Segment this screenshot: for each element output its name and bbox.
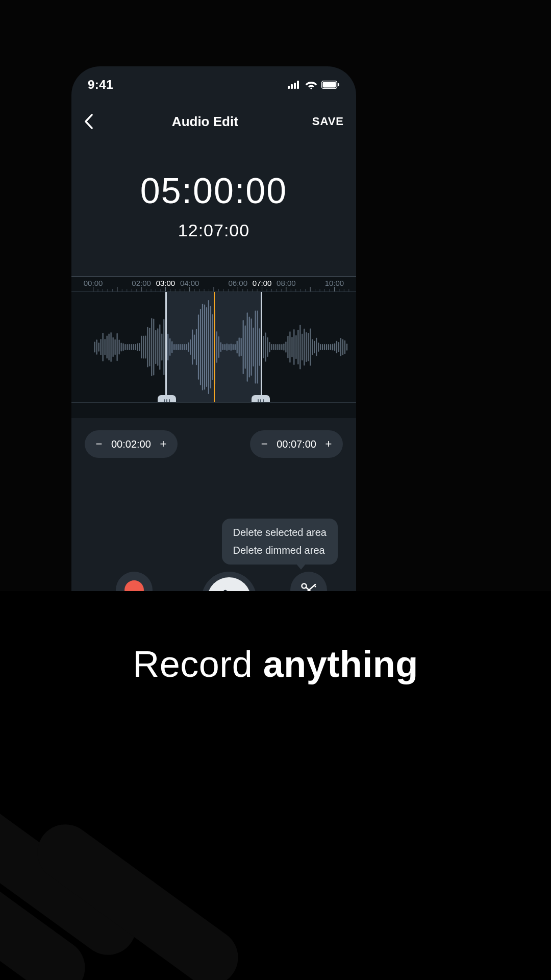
svg-rect-74 <box>98 342 99 352</box>
svg-rect-27 <box>189 287 190 292</box>
slogan: Record anything <box>0 643 551 685</box>
svg-rect-2 <box>294 83 296 89</box>
svg-rect-183 <box>320 344 321 350</box>
ruler-ticks <box>71 277 356 292</box>
svg-rect-105 <box>161 334 162 361</box>
ruler-label: 06:00 <box>229 279 248 287</box>
svg-rect-79 <box>109 334 110 361</box>
start-plus-button[interactable]: + <box>158 437 168 451</box>
start-minus-button[interactable]: − <box>94 437 104 451</box>
svg-rect-173 <box>299 325 300 370</box>
svg-rect-84 <box>119 340 120 355</box>
delete-selected-option[interactable]: Delete selected area <box>233 527 327 538</box>
svg-rect-88 <box>127 344 128 350</box>
svg-rect-171 <box>295 335 296 359</box>
svg-rect-156 <box>265 333 266 362</box>
svg-rect-195 <box>344 340 345 354</box>
svg-rect-12 <box>117 287 117 292</box>
back-button[interactable] <box>80 112 98 131</box>
selection-handle-left[interactable] <box>158 395 176 402</box>
svg-rect-192 <box>338 342 339 352</box>
time-ruler[interactable]: 00:0002:0003:0004:0006:0007:0008:0010:00 <box>71 277 356 292</box>
ruler-label: 07:00 <box>253 279 272 287</box>
svg-rect-90 <box>131 344 132 350</box>
svg-rect-73 <box>96 339 97 355</box>
playhead-time: 05:00:00 <box>71 170 356 211</box>
svg-rect-180 <box>314 341 315 354</box>
svg-rect-160 <box>273 344 274 350</box>
end-minus-button[interactable]: − <box>259 437 269 451</box>
svg-rect-78 <box>107 336 108 359</box>
ruler-label: 08:00 <box>277 279 296 287</box>
cellular-icon <box>288 81 301 89</box>
svg-rect-174 <box>302 334 303 360</box>
delete-dimmed-option[interactable]: Delete dimmed area <box>233 545 327 556</box>
status-time: 9:41 <box>88 78 113 92</box>
svg-rect-76 <box>103 333 104 361</box>
svg-rect-89 <box>129 344 130 350</box>
total-time: 12:07:00 <box>71 220 356 240</box>
svg-rect-191 <box>336 341 337 353</box>
svg-rect-80 <box>111 332 112 362</box>
trim-menu: Delete selected area Delete dimmed area <box>222 519 338 565</box>
selection-handle-right[interactable] <box>252 395 270 402</box>
svg-rect-92 <box>135 344 136 350</box>
svg-rect-102 <box>155 330 156 364</box>
svg-rect-157 <box>267 337 268 357</box>
svg-rect-162 <box>277 344 278 350</box>
svg-rect-101 <box>153 318 154 375</box>
svg-rect-182 <box>318 342 319 352</box>
playhead[interactable] <box>214 292 215 402</box>
svg-rect-193 <box>340 338 341 356</box>
promo-frame: 9:41 Audio Edit SAVE 05:00:00 12:07:00 <box>0 0 551 980</box>
svg-rect-184 <box>322 344 323 350</box>
svg-rect-167 <box>287 336 288 358</box>
svg-rect-159 <box>271 344 272 350</box>
svg-rect-187 <box>328 344 329 350</box>
slogan-word-1: Record <box>133 644 263 684</box>
svg-rect-164 <box>281 344 282 350</box>
ruler-label: 00:00 <box>84 279 103 287</box>
ruler-label: 02:00 <box>132 279 151 287</box>
svg-rect-166 <box>285 341 286 352</box>
svg-rect-179 <box>312 339 313 355</box>
svg-rect-77 <box>105 339 106 355</box>
svg-rect-169 <box>291 337 292 357</box>
svg-rect-75 <box>101 339 102 355</box>
svg-point-203 <box>314 586 316 587</box>
svg-rect-172 <box>297 330 298 364</box>
ruler-label: 10:00 <box>325 279 344 287</box>
svg-rect-81 <box>113 337 114 357</box>
svg-rect-170 <box>293 329 294 365</box>
svg-rect-158 <box>269 342 270 352</box>
svg-rect-37 <box>238 287 238 292</box>
waveform-area[interactable] <box>71 292 356 402</box>
svg-rect-85 <box>121 343 122 352</box>
status-icons <box>288 80 340 89</box>
wifi-icon <box>305 80 317 89</box>
svg-rect-168 <box>289 331 290 362</box>
svg-rect-161 <box>275 344 276 350</box>
svg-rect-155 <box>263 336 264 358</box>
svg-rect-94 <box>139 343 140 351</box>
start-time-stepper: − 00:02:00 + <box>85 430 178 458</box>
svg-rect-177 <box>308 333 309 361</box>
svg-rect-165 <box>283 344 284 351</box>
svg-rect-196 <box>346 344 347 351</box>
svg-rect-7 <box>93 287 93 292</box>
save-button[interactable]: SAVE <box>312 115 344 128</box>
svg-rect-17 <box>141 287 142 292</box>
svg-rect-103 <box>157 328 158 366</box>
ruler-label: 04:00 <box>180 279 199 287</box>
chevron-left-icon <box>84 114 93 129</box>
svg-rect-72 <box>94 342 95 353</box>
svg-rect-104 <box>159 325 160 370</box>
svg-rect-42 <box>262 287 262 292</box>
svg-rect-190 <box>334 344 335 351</box>
end-plus-button[interactable]: + <box>323 437 334 451</box>
phone-frame: 9:41 Audio Edit SAVE 05:00:00 12:07:00 <box>71 66 356 607</box>
svg-rect-93 <box>137 343 138 351</box>
svg-rect-1 <box>291 84 293 89</box>
svg-rect-3 <box>297 81 299 89</box>
slogan-word-2: anything <box>263 644 418 684</box>
